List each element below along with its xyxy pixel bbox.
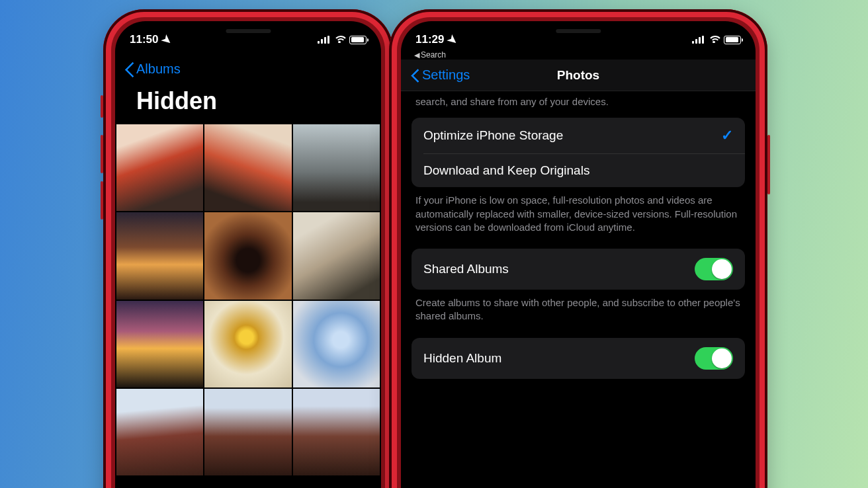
row-label: Optimize iPhone Storage (423, 128, 563, 143)
wifi-icon (333, 36, 345, 44)
optimize-storage-row[interactable]: Optimize iPhone Storage ✓ (412, 118, 745, 153)
side-button (767, 135, 770, 194)
photo-thumbnail[interactable] (204, 124, 291, 211)
back-label: Albums (136, 61, 181, 77)
cellular-icon (318, 36, 329, 44)
promo-background: 11:50 ➤ Albums Hidden (0, 0, 868, 488)
battery-icon (724, 36, 741, 44)
nav-bar: Albums (115, 53, 381, 85)
screen-right: 11:29 ➤ ◀ Search Settings Photos (401, 21, 756, 488)
download-originals-row[interactable]: Download and Keep Originals (412, 154, 745, 187)
photo-thumbnail[interactable] (116, 212, 203, 299)
storage-option-group: Optimize iPhone Storage ✓ Download and K… (412, 118, 745, 187)
page-title: Hidden (115, 87, 381, 115)
notch (482, 21, 673, 41)
iphone-frame-right: 11:29 ➤ ◀ Search Settings Photos (389, 9, 767, 488)
cellular-icon (692, 36, 704, 44)
photo-thumbnail[interactable] (116, 301, 203, 387)
photo-thumbnail[interactable] (293, 301, 380, 387)
photo-thumbnail[interactable] (204, 301, 291, 387)
iphone-frame-left: 11:50 ➤ Albums Hidden (103, 9, 393, 488)
photo-thumbnail[interactable] (204, 389, 291, 475)
location-icon: ➤ (445, 31, 460, 48)
shared-albums-toggle[interactable] (695, 258, 733, 280)
location-icon: ➤ (159, 31, 175, 48)
row-label: Hidden Album (423, 351, 501, 366)
row-label: Download and Keep Originals (423, 163, 589, 178)
earpiece (556, 29, 601, 33)
screen-left: 11:50 ➤ Albums Hidden (115, 21, 381, 488)
photo-thumbnail[interactable] (293, 389, 380, 475)
photo-thumbnail[interactable] (204, 212, 291, 299)
status-time: 11:29 (415, 33, 444, 46)
nav-bar: Settings Photos (401, 60, 756, 91)
hidden-album-row[interactable]: Hidden Album (412, 338, 745, 379)
volume-down-button (101, 181, 103, 220)
shared-albums-caption: Create albums to share with other people… (401, 290, 756, 338)
chevron-left-icon (412, 69, 419, 82)
back-button[interactable]: Settings (412, 67, 470, 83)
back-label: Settings (422, 67, 470, 83)
volume-up-button (101, 135, 103, 173)
shared-albums-group: Shared Albums (412, 249, 745, 290)
checkmark-icon: ✓ (721, 127, 733, 144)
mute-switch (101, 95, 103, 118)
storage-caption: If your iPhone is low on space, full-res… (401, 187, 756, 249)
row-label: Shared Albums (423, 262, 509, 276)
photo-grid[interactable] (115, 124, 381, 475)
photo-thumbnail[interactable] (293, 212, 380, 299)
notch (176, 21, 320, 41)
battery-icon (349, 36, 367, 44)
photo-thumbnail[interactable] (116, 389, 203, 475)
earpiece (226, 29, 271, 33)
hidden-album-group: Hidden Album (412, 338, 745, 379)
photo-thumbnail[interactable] (293, 124, 380, 211)
back-button[interactable]: Albums (126, 61, 181, 77)
hidden-album-toggle[interactable] (695, 347, 733, 370)
wifi-icon (708, 36, 720, 44)
shared-albums-row[interactable]: Shared Albums (412, 249, 745, 290)
photo-thumbnail[interactable] (116, 124, 203, 211)
icloud-section-caption: search, and share from any of your devic… (401, 91, 756, 118)
chevron-left-icon (126, 62, 134, 75)
status-time: 11:50 (130, 33, 158, 46)
